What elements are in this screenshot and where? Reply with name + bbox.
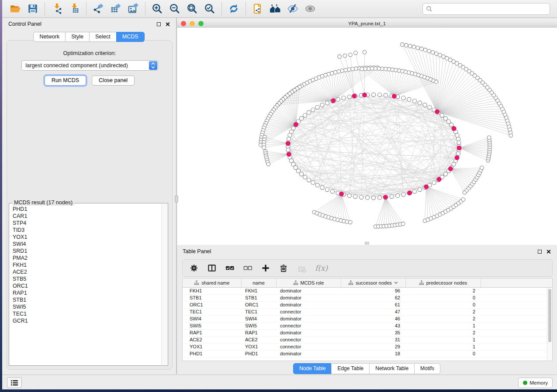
deselect-all-icon[interactable]	[243, 264, 253, 273]
mcds-result-item[interactable]: ACE2	[13, 268, 161, 275]
table-row[interactable]: ACE2ACE2connector311	[183, 336, 552, 343]
table-tabs: Node TableEdge TableNetwork TableMotifs	[177, 363, 557, 374]
close-panel-button[interactable]: Close panel	[92, 76, 135, 86]
delete-column-icon[interactable]	[279, 264, 288, 273]
houses-icon[interactable]	[266, 2, 284, 16]
export-table-icon[interactable]	[107, 2, 125, 16]
table-row[interactable]: FKH1FKH1dominator962	[183, 287, 552, 294]
search-input[interactable]	[435, 6, 547, 12]
mcds-result-item[interactable]: YOX1	[13, 234, 161, 241]
horizontal-splitter-grip[interactable]	[365, 242, 369, 244]
mcds-result-item[interactable]: ORC1	[13, 282, 161, 289]
table-panel-title: Table Panel	[183, 248, 211, 254]
table-row[interactable]: RAP1RAP1dominator352	[183, 329, 552, 336]
close-table-panel-icon[interactable]	[546, 249, 551, 254]
export-network-icon[interactable]	[90, 2, 107, 16]
column-header-MCDS-role[interactable]: MCDS role	[276, 279, 341, 287]
table-panel: Table Panel f(x) shared namenameMCDS rol…	[177, 245, 557, 374]
optimization-criterion-select[interactable]: largest connected component (undirected)	[21, 60, 158, 71]
mcds-result-item[interactable]: PHD1	[13, 206, 161, 213]
memory-label: Memory	[529, 380, 548, 385]
delete-table-icon[interactable]	[297, 264, 306, 273]
float-table-panel-icon[interactable]	[538, 250, 542, 254]
table-row[interactable]: ORC1ORC1dominator610	[183, 301, 552, 308]
mcds-result-item[interactable]: CAR1	[13, 213, 161, 220]
function-builder-icon[interactable]: f(x)	[315, 264, 328, 272]
zoom-selected-icon[interactable]	[201, 2, 218, 16]
mcds-result-item[interactable]: STB5	[13, 275, 161, 282]
task-history-button[interactable]	[7, 377, 22, 388]
save-icon[interactable]	[24, 2, 42, 16]
export-image-icon[interactable]	[125, 2, 142, 16]
memory-button[interactable]: Memory	[518, 378, 553, 388]
mcds-result-item[interactable]: FKH1	[13, 261, 161, 268]
tab-network-table[interactable]: Network Table	[369, 363, 415, 374]
search-icon	[426, 6, 432, 12]
run-mcds-button[interactable]: Run MCDS	[45, 76, 86, 86]
mcds-result-item[interactable]: RAP1	[13, 289, 161, 296]
column-header-predecessor-nodes[interactable]: predecessor nodes	[405, 279, 481, 287]
tab-mcds[interactable]: MCDS	[116, 32, 145, 42]
float-panel-icon[interactable]	[157, 22, 161, 26]
search-box[interactable]	[422, 3, 550, 15]
table-scrollbar[interactable]	[547, 288, 552, 361]
mcds-list-scrollbar[interactable]	[161, 204, 167, 365]
node-table: shared namenameMCDS rolesuccessor nodesp…	[182, 278, 553, 361]
optimization-criterion-label: Optimization criterion:	[7, 50, 172, 56]
table-scrollbar-thumb[interactable]	[548, 289, 551, 342]
tab-motifs[interactable]: Motifs	[414, 363, 440, 374]
mcds-result-item[interactable]: TID3	[13, 227, 161, 234]
status-bar: Memory	[2, 375, 557, 389]
mcds-result-item[interactable]: PMA2	[13, 254, 161, 261]
show-eye-icon[interactable]	[301, 2, 319, 16]
tree-icon	[348, 280, 353, 285]
add-column-icon[interactable]	[261, 264, 270, 273]
network-canvas[interactable]	[177, 28, 557, 245]
mcds-result-box: MCDS result (17 nodes) PHD1CAR1STP4TID3Y…	[9, 203, 168, 366]
table-row[interactable]: STB1STB1dominator620	[183, 294, 552, 301]
network-graph[interactable]	[177, 28, 557, 245]
tab-node-table[interactable]: Node Table	[293, 363, 332, 374]
table-row[interactable]: YOX1YOX1connector291	[183, 343, 552, 350]
tab-select[interactable]: Select	[89, 32, 117, 42]
tree-icon	[293, 280, 298, 285]
mcds-result-item[interactable]: STB1	[13, 296, 161, 303]
tab-network[interactable]: Network	[33, 32, 66, 42]
tab-style[interactable]: Style	[65, 32, 90, 42]
table-row[interactable]: SWI5SWI5connector431	[183, 322, 552, 329]
select-all-icon[interactable]	[225, 264, 235, 273]
import-network-icon[interactable]	[48, 2, 66, 16]
network-window-titlebar[interactable]: YPA_prune.txt_1	[177, 20, 557, 28]
hide-eye-icon[interactable]	[284, 2, 301, 16]
table-row[interactable]: SWI4SWI4dominator462	[183, 315, 552, 322]
mcds-result-item[interactable]: STP4	[13, 220, 161, 227]
close-panel-icon[interactable]	[165, 22, 170, 27]
control-panel-title: Control Panel	[8, 21, 42, 27]
zoom-out-icon[interactable]	[166, 2, 183, 16]
import-table-icon[interactable]	[66, 2, 83, 16]
zoom-in-icon[interactable]	[149, 2, 166, 16]
table-row[interactable]: PHD1PHD1dominator180	[183, 350, 552, 357]
mcds-result-item[interactable]: SRD1	[13, 248, 161, 254]
control-panel-tabs: NetworkStyleSelectMCDS	[2, 32, 176, 42]
column-header-successor-nodes[interactable]: successor nodes	[341, 279, 405, 287]
table-row[interactable]: TEC1TEC1connector472	[183, 308, 552, 315]
mcds-result-list[interactable]: PHD1CAR1STP4TID3YOX1SWI4SRD1PMA2FKH1ACE2…	[10, 205, 161, 365]
mcds-result-item[interactable]: SWI4	[13, 241, 161, 248]
settings-gear-icon[interactable]	[190, 264, 199, 273]
tab-edge-table[interactable]: Edge Table	[331, 363, 370, 374]
column-header-name[interactable]: name	[241, 279, 276, 287]
control-panel: Control Panel NetworkStyleSelectMCDS Opt…	[2, 18, 176, 374]
refresh-layout-icon[interactable]	[225, 2, 242, 16]
open-folder-icon[interactable]	[7, 2, 24, 16]
sort-chevron-icon	[394, 282, 398, 284]
zoom-fit-icon[interactable]	[183, 2, 201, 16]
toolbar-separator	[145, 2, 145, 15]
mcds-result-item[interactable]: SWI5	[13, 303, 161, 310]
clone-network-icon[interactable]	[249, 2, 266, 16]
mcds-result-item[interactable]: TEC1	[13, 310, 161, 317]
mcds-result-item[interactable]: GCR1	[13, 317, 161, 324]
vertical-splitter-grip[interactable]	[175, 196, 178, 203]
split-columns-icon[interactable]	[208, 264, 217, 273]
column-header-shared-name[interactable]: shared name	[183, 279, 241, 287]
